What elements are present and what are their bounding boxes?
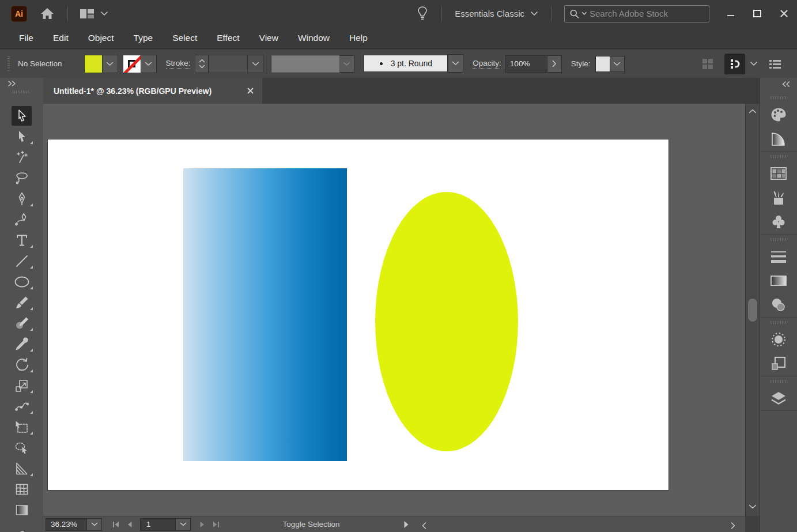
menu-object[interactable]: Object (78, 27, 124, 48)
lasso-tool[interactable] (0, 168, 43, 188)
opacity-panel-link[interactable]: Opacity: (473, 59, 501, 69)
layers-icon (770, 390, 787, 406)
artboards-panel-button[interactable] (766, 352, 791, 376)
selection-tool[interactable] (0, 105, 43, 126)
panel-group-grip[interactable] (770, 321, 787, 324)
menu-effect[interactable]: Effect (207, 27, 249, 48)
panel-group-grip[interactable] (770, 96, 787, 99)
brush-dropdown-button[interactable] (448, 54, 463, 73)
adobe-stock-search[interactable] (564, 5, 709, 22)
menu-select[interactable]: Select (163, 27, 207, 48)
stroke-panel-link[interactable]: Stroke: (166, 59, 191, 69)
paintbrush-tool[interactable] (0, 292, 43, 313)
status-menu-arrow-icon[interactable] (403, 520, 409, 529)
partial-tool[interactable] (0, 520, 43, 532)
layers-panel-button[interactable] (766, 386, 791, 410)
ellipse-tool[interactable] (0, 271, 43, 292)
mesh-tool[interactable] (0, 479, 43, 500)
vertical-scrollbar[interactable] (745, 104, 760, 516)
brush-definition-field[interactable]: 3 pt. Round (364, 55, 448, 72)
horizontal-scrollbar[interactable] (417, 518, 737, 530)
symbols-panel-button[interactable] (766, 210, 791, 234)
align-grid-icon[interactable] (701, 58, 714, 70)
brushes-panel-button[interactable] (766, 186, 791, 210)
next-artboard-button[interactable] (195, 518, 209, 531)
rotate-tool[interactable] (0, 354, 43, 375)
menu-help[interactable]: Help (339, 27, 377, 48)
zoom-level-field[interactable]: 36.23% (46, 518, 87, 531)
scroll-up-icon[interactable] (748, 108, 757, 114)
panel-group-grip[interactable] (770, 155, 787, 158)
free-transform-tool[interactable] (0, 417, 43, 437)
canvas-pasteboard[interactable] (43, 104, 745, 516)
menu-type[interactable]: Type (124, 27, 163, 48)
pen-tool[interactable] (0, 188, 43, 209)
color-guide-panel-button[interactable] (766, 127, 791, 151)
stroke-panel-button[interactable] (766, 244, 791, 269)
list-menu-icon[interactable] (768, 58, 782, 70)
arrange-documents-button[interactable] (80, 7, 108, 20)
line-segment-tool[interactable] (0, 251, 43, 271)
zoom-dropdown-button[interactable] (87, 518, 102, 531)
menu-window[interactable]: Window (288, 27, 339, 48)
swatches-panel-button[interactable] (766, 161, 791, 186)
magic-wand-tool[interactable] (0, 147, 43, 168)
stroke-weight-stepper[interactable] (195, 55, 209, 73)
search-input[interactable] (590, 9, 704, 18)
close-button[interactable] (770, 2, 797, 25)
tab-close-icon[interactable] (247, 87, 254, 95)
home-icon[interactable] (40, 6, 55, 21)
ellipse-shape[interactable] (375, 192, 518, 451)
maximize-button[interactable] (744, 2, 770, 25)
eyedropper-tool[interactable] (0, 334, 43, 354)
shaper-tool[interactable] (0, 313, 43, 334)
transparency-panel-button[interactable] (766, 293, 791, 317)
stroke-dropdown-button[interactable] (141, 55, 157, 73)
width-tool[interactable] (0, 396, 43, 417)
last-artboard-button[interactable] (209, 518, 223, 531)
controlbar-grip[interactable] (7, 56, 10, 71)
artboard-number-field[interactable]: 1 (140, 518, 176, 531)
color-panel-button[interactable] (766, 103, 791, 127)
gradient-tool[interactable] (0, 500, 43, 520)
minimize-button[interactable] (717, 2, 744, 25)
opacity-stepper-button[interactable] (547, 55, 562, 73)
scroll-left-icon[interactable] (421, 522, 427, 530)
artboard-dropdown-button[interactable] (176, 518, 191, 531)
menu-view[interactable]: View (250, 27, 288, 48)
stroke-weight-field[interactable] (209, 55, 248, 73)
appearance-panel-button[interactable] (766, 327, 791, 352)
stroke-swatch-none[interactable] (123, 55, 141, 73)
gradient-panel-button[interactable] (766, 269, 791, 293)
type-tool[interactable] (0, 230, 43, 251)
direct-selection-tool[interactable] (0, 126, 43, 147)
stroke-weight-dropdown[interactable] (248, 55, 263, 73)
panel-group-grip[interactable] (770, 380, 787, 383)
chevron-down-icon[interactable] (750, 61, 758, 66)
scroll-down-icon[interactable] (748, 504, 757, 510)
toolbar-grip[interactable] (13, 90, 30, 93)
shape-builder-tool[interactable] (0, 437, 43, 458)
style-dropdown-button[interactable] (610, 56, 625, 72)
scroll-right-icon[interactable] (730, 522, 736, 530)
fill-dropdown-button[interactable] (103, 55, 118, 73)
style-swatch[interactable] (595, 56, 610, 72)
panel-toggle-button[interactable] (724, 54, 745, 74)
workspace-switcher[interactable]: Essentials Classic (455, 9, 538, 18)
expand-toolbar-icon[interactable] (7, 80, 17, 87)
curvature-tool[interactable] (0, 209, 43, 230)
gradient-rectangle-shape[interactable] (183, 168, 347, 461)
lightbulb-icon[interactable] (416, 5, 429, 22)
collapse-panels-icon[interactable] (781, 81, 791, 88)
scale-tool[interactable] (0, 375, 43, 396)
fill-swatch[interactable] (84, 55, 103, 73)
perspective-grid-tool[interactable] (0, 458, 43, 479)
vertical-scroll-thumb[interactable] (748, 299, 757, 322)
panel-group-grip[interactable] (770, 238, 787, 241)
document-tab[interactable]: Untitled-1* @ 36.23% (RGB/GPU Preview) (43, 78, 262, 104)
menu-file[interactable]: File (9, 27, 43, 48)
menu-edit[interactable]: Edit (43, 27, 78, 48)
opacity-field[interactable]: 100% (505, 55, 547, 73)
first-artboard-button[interactable] (109, 518, 123, 531)
previous-artboard-button[interactable] (123, 518, 137, 531)
